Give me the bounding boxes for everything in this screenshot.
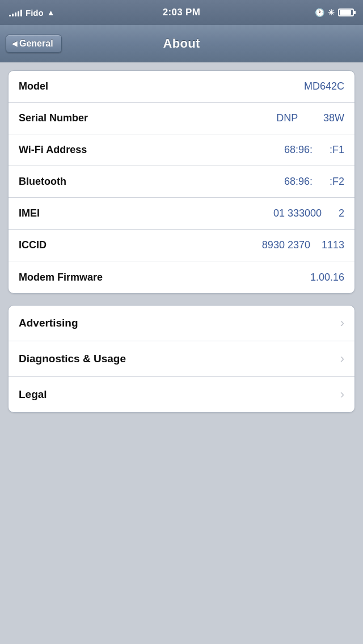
table-row: Modem Firmware 1.00.16 — [9, 261, 354, 293]
status-left: Fido ▲ — [9, 8, 77, 18]
page-content: Model MD642C Serial Number DNP 38W Wi-Fi… — [0, 62, 363, 421]
iccid-value: 8930 2370 1113 — [262, 239, 344, 251]
nav-bar: General About — [0, 25, 363, 62]
info-table: Model MD642C Serial Number DNP 38W Wi-Fi… — [8, 70, 355, 294]
modem-value: 1.00.16 — [310, 272, 344, 283]
diagnostics-label: Diagnostics & Usage — [19, 353, 126, 365]
wifi-icon: ▲ — [47, 8, 55, 17]
signal-bars-icon — [9, 9, 22, 16]
page-title: About — [163, 36, 200, 51]
iccid-label: ICCID — [19, 239, 47, 251]
modem-label: Modem Firmware — [19, 272, 103, 283]
advertising-label: Advertising — [19, 317, 78, 329]
imei-value: 01 333000 2 — [273, 207, 344, 219]
legal-label: Legal — [19, 388, 47, 401]
menu-table: Advertising › Diagnostics & Usage › Lega… — [8, 305, 355, 413]
back-label: General — [19, 39, 53, 49]
wifi-label: Wi-Fi Address — [19, 144, 87, 156]
battery-icon — [338, 9, 354, 16]
bluetooth-value: 68:96: :F2 — [284, 176, 344, 188]
table-row: Serial Number DNP 38W — [9, 103, 354, 134]
bluetooth-label: Bluetooth — [19, 176, 66, 188]
imei-label: IMEI — [19, 207, 40, 219]
serial-value: DNP 38W — [276, 112, 344, 124]
back-button[interactable]: General — [6, 35, 62, 53]
chevron-right-icon: › — [340, 316, 344, 331]
status-time: 2:03 PM — [163, 7, 200, 18]
chevron-right-icon: › — [340, 387, 344, 402]
carrier-label: Fido — [26, 8, 44, 18]
advertising-row[interactable]: Advertising › — [9, 306, 354, 341]
bluetooth-icon: ✳ — [328, 8, 335, 17]
legal-row[interactable]: Legal › — [9, 377, 354, 412]
chevron-right-icon: › — [340, 351, 344, 366]
wifi-value: 68:96: :F1 — [284, 144, 344, 156]
table-row: Wi-Fi Address 68:96: :F1 — [9, 134, 354, 166]
status-right: 🕐 ✳ — [286, 8, 354, 17]
serial-label: Serial Number — [19, 112, 88, 124]
model-value: MD642C — [304, 80, 344, 92]
diagnostics-row[interactable]: Diagnostics & Usage › — [9, 341, 354, 377]
table-row: IMEI 01 333000 2 — [9, 198, 354, 230]
table-row: Model MD642C — [9, 71, 354, 103]
clock-icon: 🕐 — [315, 8, 324, 17]
status-bar: Fido ▲ 2:03 PM 🕐 ✳ — [0, 0, 363, 25]
model-label: Model — [19, 80, 48, 92]
table-row: ICCID 8930 2370 1113 — [9, 230, 354, 261]
table-row: Bluetooth 68:96: :F2 — [9, 166, 354, 198]
